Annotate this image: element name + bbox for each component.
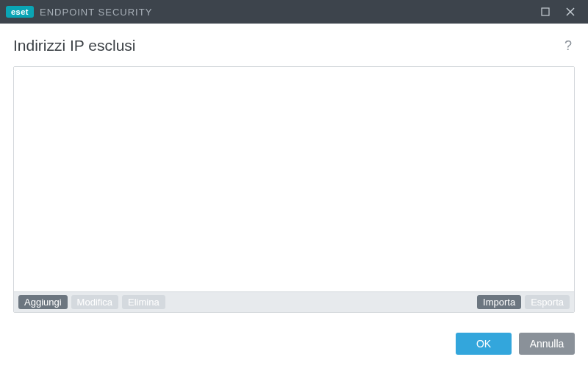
- delete-button: Elimina: [122, 295, 165, 309]
- minimize-icon[interactable]: [539, 6, 551, 18]
- close-icon[interactable]: [564, 6, 576, 18]
- page-header: Indirizzi IP esclusi ?: [13, 37, 575, 54]
- page-title: Indirizzi IP esclusi: [13, 37, 562, 54]
- svg-rect-0: [542, 8, 549, 15]
- app-title: ENDPOINT SECURITY: [40, 7, 539, 18]
- export-button: Esporta: [525, 295, 570, 309]
- dialog-footer: OK Annulla: [0, 322, 588, 368]
- list-toolbar: Aggiungi Modifica Elimina Importa Esport…: [14, 291, 574, 312]
- edit-button: Modifica: [71, 295, 118, 309]
- ip-list-container: Aggiungi Modifica Elimina Importa Esport…: [13, 66, 575, 313]
- add-button[interactable]: Aggiungi: [18, 295, 68, 309]
- ok-button[interactable]: OK: [456, 333, 512, 355]
- ip-list[interactable]: [14, 67, 574, 291]
- brand-logo: eset: [6, 6, 34, 18]
- help-icon[interactable]: ?: [562, 38, 575, 54]
- window-controls: [539, 6, 582, 18]
- import-button[interactable]: Importa: [477, 295, 521, 309]
- cancel-button[interactable]: Annulla: [519, 333, 575, 355]
- titlebar: eset ENDPOINT SECURITY: [0, 0, 588, 24]
